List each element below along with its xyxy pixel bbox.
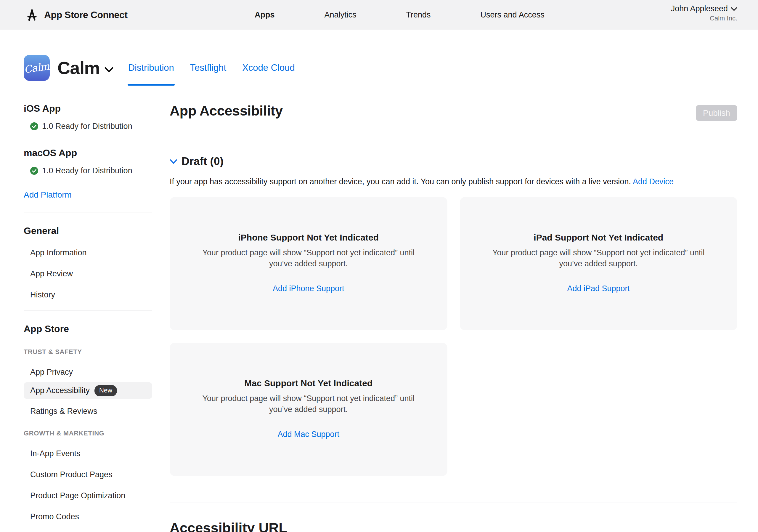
ios-app-status: 1.0 Ready for Distribution xyxy=(30,122,152,131)
calm-app-icon-text: Calm xyxy=(23,60,50,75)
sidebar-item-app-privacy[interactable]: App Privacy xyxy=(30,368,152,377)
accessibility-url-heading: Accessibility URL xyxy=(170,519,737,532)
card-body: Your product page will show “Support not… xyxy=(196,393,421,415)
brand: App Store Connect xyxy=(25,8,127,21)
sidebar: iOS App 1.0 Ready for Distribution macOS… xyxy=(24,85,152,532)
draft-section-toggle[interactable]: Draft (0) xyxy=(170,155,737,168)
card-title: iPhone Support Not Yet Indicated xyxy=(196,232,421,243)
sidebar-divider xyxy=(24,212,152,212)
nav-users-and-access[interactable]: Users and Access xyxy=(481,10,544,19)
chevron-down-icon[interactable] xyxy=(105,67,114,73)
nav-apps[interactable]: Apps xyxy=(255,10,275,19)
support-cards: iPhone Support Not Yet Indicated Your pr… xyxy=(170,197,737,476)
add-iphone-support-link[interactable]: Add iPhone Support xyxy=(273,284,344,293)
macos-app-status: 1.0 Ready for Distribution xyxy=(30,166,152,175)
draft-heading: Draft (0) xyxy=(182,155,224,168)
sidebar-item-history[interactable]: History xyxy=(30,290,152,300)
check-circle-icon xyxy=(30,122,38,130)
add-mac-support-link[interactable]: Add Mac Support xyxy=(277,430,339,439)
new-badge: New xyxy=(94,385,117,396)
nav-trends[interactable]: Trends xyxy=(406,10,431,19)
sidebar-item-app-information[interactable]: App Information xyxy=(30,248,152,257)
section-divider xyxy=(170,141,737,141)
sidebar-item-app-accessibility[interactable]: App Accessibility New xyxy=(24,382,152,399)
sidebar-item-app-review[interactable]: App Review xyxy=(30,269,152,278)
add-device-link[interactable]: Add Device xyxy=(633,177,673,186)
chevron-down-icon xyxy=(731,7,737,11)
sidebar-item-label: App Accessibility xyxy=(30,386,90,395)
tab-distribution[interactable]: Distribution xyxy=(128,61,175,74)
user-organization: Calm Inc. xyxy=(671,15,737,22)
card-body: Your product page will show “Support not… xyxy=(487,247,711,269)
add-platform-link[interactable]: Add Platform xyxy=(24,190,72,200)
chevron-down-icon xyxy=(170,159,177,164)
tab-testflight[interactable]: Testflight xyxy=(190,61,227,74)
sidebar-heading-app-store: App Store xyxy=(24,324,152,335)
iphone-support-card: iPhone Support Not Yet Indicated Your pr… xyxy=(170,197,447,330)
add-ipad-support-link[interactable]: Add iPad Support xyxy=(567,284,630,293)
draft-description-text: If your app has accessibility support on… xyxy=(170,177,631,186)
user-menu[interactable]: John Appleseed Calm Inc. xyxy=(671,4,737,22)
publish-button[interactable]: Publish xyxy=(696,105,737,121)
nav-analytics[interactable]: Analytics xyxy=(325,10,357,19)
top-bar: App Store Connect Apps Analytics Trends … xyxy=(0,0,758,30)
top-navigation: Apps Analytics Trends Users and Access xyxy=(255,0,544,30)
app-title: Calm xyxy=(57,58,100,78)
card-title: iPad Support Not Yet Indicated xyxy=(487,232,711,243)
draft-description: If your app has accessibility support on… xyxy=(170,177,737,186)
group-label-growth-marketing: GROWTH & MARKETING xyxy=(24,430,152,437)
tab-xcode-cloud[interactable]: Xcode Cloud xyxy=(242,61,295,74)
macos-status-text: 1.0 Ready for Distribution xyxy=(42,166,132,175)
calm-app-icon: Calm xyxy=(24,55,50,81)
card-body: Your product page will show “Support not… xyxy=(196,247,421,269)
sidebar-divider xyxy=(24,310,152,310)
sidebar-heading-macos-app: macOS App xyxy=(24,148,152,159)
card-title: Mac Support Not Yet Indicated xyxy=(196,378,421,388)
main-content: App Accessibility Publish Draft (0) If y… xyxy=(170,85,737,532)
app-tabs: Distribution Testflight Xcode Cloud xyxy=(128,61,295,74)
group-label-trust-safety: TRUST & SAFETY xyxy=(24,348,152,356)
ipad-support-card: iPad Support Not Yet Indicated Your prod… xyxy=(460,197,738,330)
sidebar-heading-general: General xyxy=(24,226,152,236)
brand-name: App Store Connect xyxy=(44,10,127,20)
ios-status-text: 1.0 Ready for Distribution xyxy=(42,122,132,131)
mac-support-card: Mac Support Not Yet Indicated Your produ… xyxy=(170,343,447,476)
app-store-connect-logo-icon xyxy=(25,8,39,21)
app-header: Calm Calm Distribution Testflight Xcode … xyxy=(24,55,737,81)
page-title: App Accessibility xyxy=(170,102,283,119)
sidebar-item-custom-product-pages[interactable]: Custom Product Pages xyxy=(30,470,152,479)
sidebar-item-product-page-optimization[interactable]: Product Page Optimization xyxy=(30,491,152,500)
section-divider xyxy=(170,502,737,502)
check-circle-icon xyxy=(30,167,38,175)
sidebar-item-ratings-reviews[interactable]: Ratings & Reviews xyxy=(30,407,152,416)
sidebar-item-promo-codes[interactable]: Promo Codes xyxy=(30,512,152,521)
sidebar-item-in-app-events[interactable]: In-App Events xyxy=(30,449,152,458)
sidebar-heading-ios-app: iOS App xyxy=(24,103,152,114)
user-name[interactable]: John Appleseed xyxy=(671,4,728,13)
